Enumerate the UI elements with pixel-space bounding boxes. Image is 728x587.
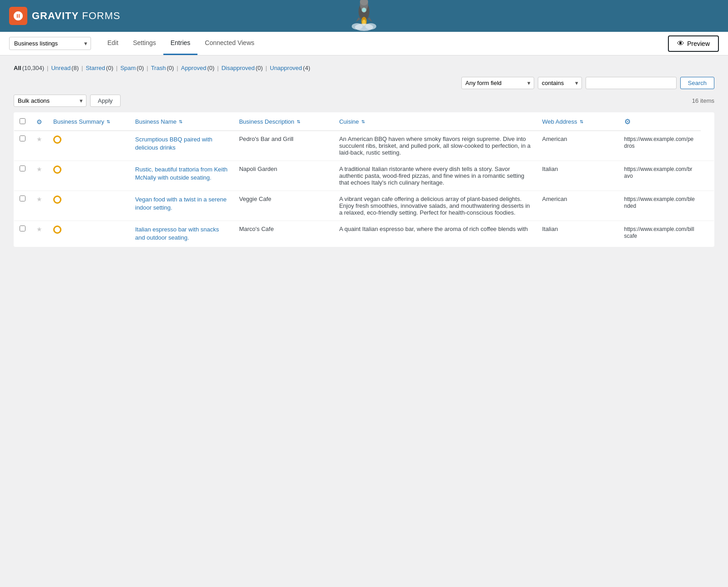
business-summary-header[interactable]: Business Summary ⇅ [48, 113, 130, 131]
logo-light-text: FORMS [79, 10, 121, 21]
row-gear-cell[interactable] [701, 161, 714, 191]
filter-disapproved[interactable]: Disapproved [222, 65, 255, 71]
entry-summary-link[interactable]: Scrumptious BBQ paired with delicious dr… [135, 136, 212, 151]
filter-spam[interactable]: Spam [120, 65, 136, 71]
business-description-value: A traditional Italian ristorante where e… [339, 166, 524, 186]
bulk-select-wrap[interactable]: Bulk actions Mark as Read Mark as Unread… [14, 95, 86, 107]
row-gear-cell[interactable] [701, 221, 714, 247]
cuisine-value: Italian [542, 166, 558, 172]
row-description-cell: A vibrant vegan cafe offering a deliciou… [334, 191, 536, 221]
approved-count: 0 [209, 65, 212, 71]
bulk-select[interactable]: Bulk actions Mark as Read Mark as Unread… [14, 95, 86, 107]
row-checkbox[interactable] [20, 226, 25, 231]
row-checkbox-cell[interactable] [14, 131, 31, 161]
field-select-wrap[interactable]: Any form field Business Summary Business… [461, 77, 534, 89]
preview-button[interactable]: 👁 Preview [668, 35, 719, 52]
status-circle[interactable] [53, 166, 61, 174]
condition-select[interactable]: contains is is not starts with ends with [538, 77, 582, 89]
row-checkbox[interactable] [20, 166, 25, 171]
row-description-cell: An American BBQ haven where smoky flavor… [334, 131, 536, 161]
trash-count: 0 [169, 65, 172, 71]
row-name-cell: Veggie Cafe [233, 191, 334, 221]
row-checkbox-cell[interactable] [14, 221, 31, 247]
row-gear-cell[interactable] [701, 191, 714, 221]
row-checkbox[interactable] [20, 196, 25, 201]
row-status-cell[interactable] [48, 221, 130, 247]
business-description-header[interactable]: Business Description ⇅ [233, 113, 334, 131]
star-icon[interactable]: ★ [36, 226, 42, 233]
row-cuisine-cell: Italian [536, 161, 618, 191]
select-all-checkbox[interactable] [20, 118, 25, 124]
unapproved-count: 4 [305, 65, 308, 71]
star-icon[interactable]: ★ [36, 135, 42, 143]
row-star-cell[interactable]: ★ [31, 131, 48, 161]
gear-icon[interactable]: ⚙ [624, 118, 631, 125]
logo-text: GRAVITY FORMS [32, 10, 121, 22]
row-status-cell[interactable] [48, 191, 130, 221]
star-icon[interactable]: ★ [36, 196, 42, 203]
svg-point-5 [362, 8, 366, 12]
nav-link-settings[interactable]: Settings [126, 32, 163, 55]
row-star-cell[interactable]: ★ [31, 161, 48, 191]
filter-unapproved[interactable]: Unapproved [270, 65, 302, 71]
nav-link-edit[interactable]: Edit [100, 32, 126, 55]
business-description-value: A vibrant vegan cafe offering a deliciou… [339, 196, 530, 216]
rocket-decoration [350, 0, 378, 33]
apply-button[interactable]: Apply [90, 95, 121, 107]
toolbar: Bulk actions Mark as Read Mark as Unread… [14, 95, 714, 107]
row-star-cell[interactable]: ★ [31, 221, 48, 247]
status-circle[interactable] [53, 196, 61, 204]
row-summary-cell: Vegan food with a twist in a serene indo… [130, 191, 233, 221]
star-icon[interactable]: ★ [36, 166, 42, 173]
row-name-cell: Pedro's Bar and Grill [233, 131, 334, 161]
business-name-value: Napoli Garden [239, 166, 277, 172]
table-row: ★ Rustic, beautiful trattoria from Keith… [14, 161, 714, 191]
nav-link-entries[interactable]: Entries [163, 32, 198, 55]
form-selector[interactable]: Business listings [9, 37, 91, 50]
status-header: ⚙ [31, 113, 48, 131]
filter-starred[interactable]: Starred [86, 65, 105, 71]
header-bar: GRAVITY FORMS [0, 0, 728, 32]
row-checkbox-cell[interactable] [14, 191, 31, 221]
row-checkbox-cell[interactable] [14, 161, 31, 191]
sort-arrow-web: ⇅ [580, 119, 583, 124]
items-count: 16 items [692, 97, 714, 104]
web-address-header[interactable]: Web Address ⇅ [536, 113, 618, 131]
disapproved-count: 0 [258, 65, 261, 71]
business-name-header[interactable]: Business Name ⇅ [130, 113, 233, 131]
eye-icon: 👁 [677, 40, 684, 48]
entry-summary-link[interactable]: Vegan food with a twist in a serene indo… [135, 196, 227, 211]
business-description-value: An American BBQ haven where smoky flavor… [339, 135, 531, 156]
filter-all[interactable]: All [14, 65, 21, 71]
status-circle[interactable] [53, 226, 61, 234]
condition-select-wrap[interactable]: contains is is not starts with ends with [538, 77, 582, 89]
row-gear-cell[interactable] [701, 131, 714, 161]
logo-icon [9, 7, 27, 25]
web-address-value: https://www.example.com/bravo [624, 166, 693, 179]
entry-summary-link[interactable]: Rustic, beautiful trattoria from Keith M… [135, 166, 228, 181]
status-circle[interactable] [53, 135, 61, 144]
filter-unread[interactable]: Unread [51, 65, 71, 71]
field-select[interactable]: Any form field Business Summary Business… [461, 77, 534, 89]
filter-icon[interactable]: ⚙ [36, 118, 42, 125]
table-row: ★ Italian espresso bar with snacks and o… [14, 221, 714, 247]
nav-link-connected-views[interactable]: Connected Views [197, 32, 262, 55]
filter-trash[interactable]: Trash [151, 65, 166, 71]
row-status-cell[interactable] [48, 131, 130, 161]
row-status-cell[interactable] [48, 161, 130, 191]
select-all-header[interactable] [14, 113, 31, 131]
form-selector-wrap[interactable]: Business listings [9, 37, 91, 50]
row-description-cell: A quaint Italian espresso bar, where the… [334, 221, 536, 247]
search-input[interactable] [586, 77, 677, 89]
sort-arrow-name: ⇅ [179, 119, 182, 124]
filter-approved[interactable]: Approved [181, 65, 207, 71]
row-name-cell: Napoli Garden [233, 161, 334, 191]
row-summary-cell: Italian espresso bar with snacks and out… [130, 221, 233, 247]
row-description-cell: A traditional Italian ristorante where e… [334, 161, 536, 191]
settings-header[interactable]: ⚙ [619, 113, 701, 131]
entry-summary-link[interactable]: Italian espresso bar with snacks and out… [135, 226, 219, 241]
search-button[interactable]: Search [680, 77, 714, 89]
row-checkbox[interactable] [20, 135, 25, 141]
row-star-cell[interactable]: ★ [31, 191, 48, 221]
cuisine-header[interactable]: Cuisine ⇅ [334, 113, 536, 131]
